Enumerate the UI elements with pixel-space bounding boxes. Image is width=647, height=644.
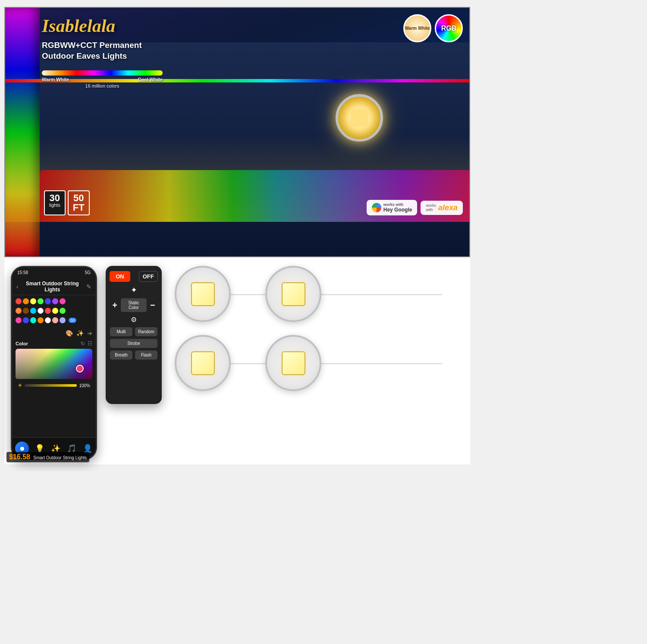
cob-inner — [351, 109, 368, 126]
brightness-value: 100% — [79, 383, 90, 388]
bulb-row-2 — [14, 307, 94, 315]
led-module-top-left — [175, 266, 231, 322]
led-module-inner-br — [282, 351, 305, 375]
phone-device: 15:58 5G ‹ Smart Outdoor String Lights ✎ — [11, 266, 97, 460]
brightness-row: ☀ 100% — [16, 381, 92, 390]
price-amount: $16.58 — [9, 453, 30, 461]
count-badge-30: 30 — [69, 318, 76, 323]
product-title-box: RGBWW+CCT PermanentOutdoor Eaves Lights — [42, 40, 142, 61]
remote-plus-button[interactable]: + — [112, 300, 117, 310]
corner-badges: Warm White RGB — [403, 14, 463, 42]
million-colors-label: 16 million colors — [42, 83, 163, 88]
bulb-list: 30 — [12, 295, 96, 328]
remote-settings-icon[interactable]: ⚙ — [131, 316, 137, 324]
price-badge: $16.58 Smart Outdoor String Lights — [6, 452, 89, 462]
sun-icon: ☀ — [18, 382, 22, 388]
bulb-white — [38, 308, 44, 314]
remote-mode-label: StaticColor — [121, 298, 147, 312]
bulb-red2 — [45, 308, 51, 314]
color-cursor — [76, 365, 84, 373]
led-modules-area — [166, 257, 470, 464]
google-text: works with Hey Google — [383, 202, 412, 213]
remote-brightness-icon: ✦ — [131, 285, 137, 295]
phone-time: 15:58 — [17, 270, 28, 275]
bulb-blue — [45, 298, 51, 304]
bulb-white2 — [45, 317, 51, 323]
remote-center-row: + StaticColor − — [110, 298, 157, 312]
bulb-yellow2 — [52, 308, 58, 314]
lights-count-badge: 30 lights — [44, 190, 66, 215]
bulb-brown — [23, 308, 29, 314]
bulb-lightpink — [52, 317, 58, 323]
bulb-orange — [23, 298, 29, 304]
color-bar-section: Warm White Cool White 16 million colors — [42, 70, 171, 88]
warm-white-badge: Warm White — [403, 14, 431, 42]
phone-status-bar: 15:58 5G — [12, 267, 96, 278]
led-module-bottom-right — [265, 335, 321, 391]
bulb-purple — [52, 298, 58, 304]
grid-icon[interactable]: ☷ — [88, 341, 92, 347]
phone-screen: 15:58 5G ‹ Smart Outdoor String Lights ✎ — [12, 267, 96, 459]
bulb-yellow — [30, 298, 36, 304]
smart-badges: works with Hey Google works with alexa — [367, 200, 463, 215]
cool-white-label: Cool White — [138, 77, 163, 82]
led-row-top — [175, 266, 464, 322]
refresh-icon[interactable]: ↻ — [81, 341, 85, 347]
brightness-bar[interactable] — [25, 384, 77, 387]
led-module-bottom-left — [175, 335, 231, 391]
phone-signal: 5G — [85, 270, 91, 275]
bulb-orange3 — [38, 317, 44, 323]
remote-control: ON OFF ✦ + StaticColor − ⚙ Multi Random … — [106, 266, 162, 404]
remote-breath-button[interactable]: Breath — [110, 350, 132, 360]
remote-strobe-button[interactable]: Strobe — [110, 339, 157, 348]
light-count-badges: 30 lights 50 FT — [44, 190, 90, 215]
icon-row: 🎨 ✨ ➔ — [12, 328, 96, 338]
alexa-badge: works with alexa — [421, 201, 463, 215]
bulb-lightblue — [60, 317, 66, 323]
phone-app-title: Smart Outdoor String Lights — [19, 281, 86, 293]
color-section: Color ↻ ☷ ☀ 100% — [12, 338, 96, 392]
brand-name: Isablelala — [42, 16, 115, 36]
bulb-green2 — [60, 308, 66, 314]
product-container: Isablelala RGBWW+CCT PermanentOutdoor Ea… — [4, 7, 470, 464]
google-badge: works with Hey Google — [367, 200, 418, 215]
product-subtitle: RGBWW+CCT PermanentOutdoor Eaves Lights — [42, 40, 142, 61]
color-section-label: Color — [16, 341, 28, 346]
bulb-blue2 — [23, 317, 29, 323]
rgb-badge: RGB — [435, 14, 463, 42]
remote-on-button[interactable]: ON — [110, 271, 130, 282]
color-header-icons: ↻ ☷ — [81, 341, 92, 347]
remote-multi-button[interactable]: Multi — [110, 327, 132, 336]
remote-off-button[interactable]: OFF — [139, 271, 158, 282]
bulb-red — [16, 298, 22, 304]
remote-random-button[interactable]: Random — [135, 327, 157, 336]
palette-icon[interactable]: 🎨 — [66, 330, 73, 337]
led-module-top-right — [265, 266, 321, 322]
color-section-header: Color ↻ ☷ — [16, 341, 92, 347]
effects-icon[interactable]: ✨ — [76, 330, 84, 337]
alexa-text-works: works with — [426, 203, 436, 212]
cob-light-detail — [336, 94, 383, 142]
remote-mode-grid: Multi Random Strobe Breath Flash — [110, 327, 157, 360]
bulb-pink2 — [16, 317, 22, 323]
feet-badge: 50 FT — [68, 190, 90, 215]
remote-flash-button[interactable]: Flash — [135, 350, 157, 360]
led-row-bottom — [175, 335, 464, 391]
color-picker[interactable] — [16, 349, 92, 379]
bulb-cyan — [30, 308, 36, 314]
remote-on-off-row: ON OFF — [110, 271, 157, 282]
google-icon — [372, 203, 381, 212]
warm-white-label: Warm White — [42, 77, 69, 82]
price-product-name: Smart Outdoor String Lights — [33, 455, 87, 460]
product-box: Isablelala RGBWW+CCT PermanentOutdoor Ea… — [4, 7, 470, 257]
remote-minus-button[interactable]: − — [150, 300, 155, 310]
share-icon[interactable]: ➔ — [87, 330, 92, 337]
led-module-inner-tl — [191, 282, 215, 306]
bulb-row-3: 30 — [14, 316, 94, 324]
dark-overlay — [16, 349, 92, 379]
bulb-teal — [30, 317, 36, 323]
bulb-orange2 — [16, 308, 22, 314]
led-module-inner-bl — [191, 351, 215, 375]
phone-edit-button[interactable]: ✎ — [86, 283, 91, 290]
bulb-pink — [60, 298, 66, 304]
